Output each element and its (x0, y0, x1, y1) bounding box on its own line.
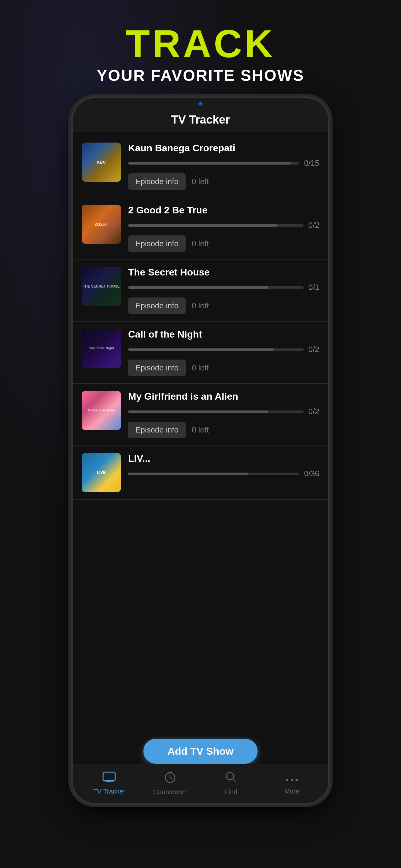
show-thumbnail-2good: 2G2BT (82, 205, 121, 244)
tv-tracker-icon (102, 772, 116, 785)
show-actions-2good: Episode info 0 left (128, 236, 319, 252)
thumb-cotn-label: Call of the Night (87, 345, 115, 351)
progress-row-cotn: 0/2 (128, 345, 319, 354)
progress-count-cotn: 0/2 (308, 345, 319, 354)
show-thumbnail-alien: My GF is an Alien (82, 391, 121, 430)
progress-count-alien: 0/2 (308, 407, 319, 416)
camera-dot (198, 101, 203, 106)
show-title-cotn: Call of the Night (128, 329, 319, 340)
show-actions-kbc: Episode info 0 left (128, 173, 319, 190)
nav-item-find[interactable]: Find (201, 771, 261, 796)
phone-notch (173, 98, 228, 109)
phone-screen: TV Tracker KBC Kaun Banega Crorepati (73, 98, 328, 803)
show-actions-secret: Episode info 0 left (128, 298, 319, 314)
nav-item-countdown[interactable]: Countdown (140, 771, 201, 796)
progress-row-secret: 0/1 (128, 283, 319, 292)
app-title: TV Tracker (79, 113, 322, 126)
show-info-live: LIV... 0/36 (128, 453, 319, 484)
progress-fill-kbc (128, 162, 291, 164)
episode-info-btn-kbc[interactable]: Episode info (128, 173, 186, 190)
episode-info-btn-cotn[interactable]: Episode info (128, 360, 186, 376)
shows-list: KBC Kaun Banega Crorepati 0/15 Episode i… (73, 132, 328, 803)
countdown-icon (164, 771, 176, 786)
svg-line-8 (233, 779, 236, 782)
svg-line-5 (170, 778, 173, 779)
show-item-alien[interactable]: My GF is an Alien My Girlfriend is an Al… (73, 384, 328, 446)
show-actions-cotn: Episode info 0 left (128, 360, 319, 376)
nav-label-countdown: Countdown (153, 788, 187, 796)
show-actions-alien: Episode info 0 left (128, 422, 319, 438)
nav-item-more[interactable]: More (261, 772, 322, 795)
add-tv-show-button[interactable]: Add TV Show (143, 739, 257, 764)
nav-item-tv-tracker[interactable]: TV Tracker (79, 772, 140, 795)
thumb-secret-label: THE SECRET HOUSE (82, 283, 121, 290)
show-title-2good: 2 Good 2 Be True (128, 205, 319, 216)
nav-label-more: More (284, 787, 299, 795)
progress-bar-cotn (128, 348, 304, 351)
episodes-left-secret: 0 left (192, 301, 209, 310)
show-item-live[interactable]: LIVE LIV... 0/36 (73, 446, 328, 500)
more-icon (285, 772, 299, 785)
nav-label-tv-tracker: TV Tracker (93, 787, 125, 795)
phone-frame: TV Tracker KBC Kaun Banega Crorepati (71, 96, 330, 805)
svg-point-11 (296, 779, 298, 781)
bottom-navigation: TV Tracker Countdown (73, 764, 328, 803)
episode-info-btn-alien[interactable]: Episode info (128, 422, 186, 438)
episodes-left-alien: 0 left (192, 425, 209, 435)
thumb-kbc-label: KBC (96, 158, 107, 166)
show-title-alien: My Girlfriend is an Alien (128, 391, 319, 402)
show-item-2good[interactable]: 2G2BT 2 Good 2 Be True 0/2 Episode info … (73, 197, 328, 259)
show-thumbnail-cotn: Call of the Night (82, 329, 121, 368)
header-subtitle: YOUR FAVORITE SHOWS (0, 66, 401, 84)
show-thumbnail-live: LIVE (82, 453, 121, 492)
progress-fill-cotn (128, 348, 274, 351)
thumb-alien-label: My GF is an Alien (86, 407, 116, 413)
show-info-cotn: Call of the Night 0/2 Episode info 0 lef… (128, 329, 319, 376)
progress-count-secret: 0/1 (308, 283, 319, 292)
svg-point-10 (291, 779, 293, 781)
show-item-cotn[interactable]: Call of the Night Call of the Night 0/2 … (73, 321, 328, 384)
track-heading: TRACK (0, 24, 401, 63)
progress-fill-2good (128, 224, 277, 227)
episode-info-btn-secret[interactable]: Episode info (128, 298, 186, 314)
show-title-secret: The Secret House (128, 267, 319, 278)
page-header: TRACK YOUR FAVORITE SHOWS (0, 0, 401, 96)
show-title-kbc: Kaun Banega Crorepati (128, 143, 319, 154)
progress-bar-alien (128, 410, 304, 413)
progress-row-live: 0/36 (128, 469, 319, 478)
episodes-left-cotn: 0 left (192, 363, 209, 373)
progress-bar-secret (128, 286, 304, 289)
progress-fill-alien (128, 410, 268, 413)
show-info-2good: 2 Good 2 Be True 0/2 Episode info 0 left (128, 205, 319, 252)
episodes-left-2good: 0 left (192, 239, 209, 248)
progress-fill-live (128, 472, 248, 475)
progress-count-2good: 0/2 (308, 221, 319, 230)
progress-row-alien: 0/2 (128, 407, 319, 416)
show-thumbnail-secret: THE SECRET HOUSE (82, 267, 121, 306)
progress-bar-2good (128, 224, 304, 227)
add-show-container: Add TV Show (143, 739, 257, 764)
episodes-left-kbc: 0 left (192, 177, 209, 186)
progress-count-live: 0/36 (304, 469, 319, 478)
episode-info-btn-2good[interactable]: Episode info (128, 236, 186, 252)
show-thumbnail-kbc: KBC (82, 143, 121, 182)
svg-rect-0 (103, 772, 115, 781)
progress-row-kbc: 0/15 (128, 158, 319, 168)
show-item-kbc[interactable]: KBC Kaun Banega Crorepati 0/15 Episode i… (73, 135, 328, 197)
progress-row-2good: 0/2 (128, 221, 319, 230)
show-info-alien: My Girlfriend is an Alien 0/2 Episode in… (128, 391, 319, 438)
progress-bar-kbc (128, 162, 299, 164)
show-info-secret: The Secret House 0/1 Episode info 0 left (128, 267, 319, 314)
progress-bar-live (128, 472, 299, 475)
thumb-2good-label: 2G2BT (93, 221, 109, 228)
progress-count-kbc: 0/15 (304, 158, 319, 168)
nav-label-find: Find (225, 788, 238, 796)
find-icon (225, 771, 237, 786)
svg-point-9 (286, 779, 288, 781)
show-info-kbc: Kaun Banega Crorepati 0/15 Episode info … (128, 143, 319, 190)
show-item-secret[interactable]: THE SECRET HOUSE The Secret House 0/1 Ep… (73, 259, 328, 321)
thumb-live-label: LIVE (96, 469, 107, 476)
progress-fill-secret (128, 286, 268, 289)
show-title-live: LIV... (128, 453, 319, 464)
